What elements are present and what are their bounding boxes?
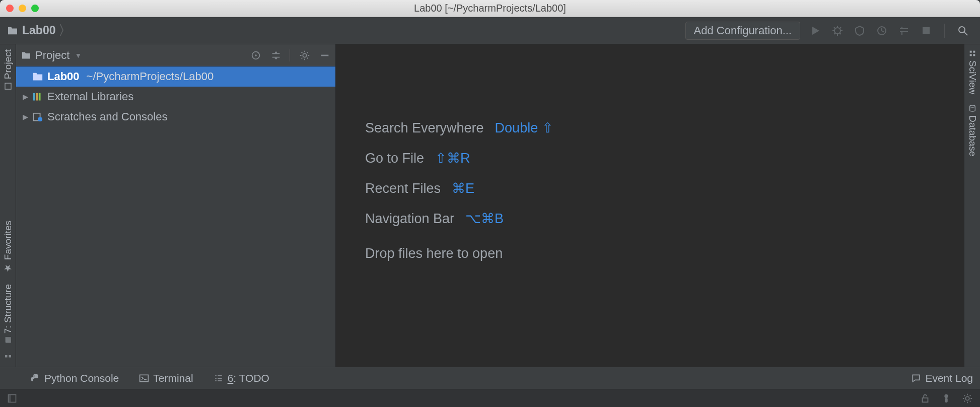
svg-rect-20 bbox=[140, 375, 149, 381]
tip-drop-label: Drop files here to open bbox=[365, 246, 553, 261]
svg-point-24 bbox=[944, 394, 948, 397]
svg-rect-25 bbox=[945, 398, 948, 402]
tip-goto-key: ⇧⌘R bbox=[435, 150, 470, 166]
project-tree[interactable]: Lab00 ~/PycharmProjects/Lab00 ▸ External… bbox=[16, 66, 335, 367]
sciview-icon bbox=[968, 49, 976, 57]
event-log-label: Event Log bbox=[925, 372, 973, 384]
svg-point-3 bbox=[959, 27, 965, 33]
stop-icon[interactable] bbox=[920, 25, 932, 37]
project-panel-title[interactable]: Project bbox=[35, 49, 69, 62]
structure-tool-button[interactable]: ▦ 7: Structure bbox=[3, 279, 14, 350]
folder-icon bbox=[32, 72, 43, 81]
debug-icon[interactable] bbox=[831, 25, 844, 37]
search-icon[interactable] bbox=[957, 25, 969, 37]
coverage-icon[interactable] bbox=[854, 25, 866, 37]
event-log-tool-button[interactable]: Event Log bbox=[911, 372, 973, 384]
tip-recent-key: ⌘E bbox=[452, 180, 474, 196]
breadcrumb[interactable]: Lab00 〉 bbox=[7, 22, 72, 39]
navigation-bar: Lab00 〉 Add Configuration... bbox=[0, 17, 980, 44]
todo-icon bbox=[214, 373, 224, 383]
tip-nav-key: ⌥⌘B bbox=[465, 211, 504, 227]
locate-icon[interactable] bbox=[250, 50, 261, 61]
gear-icon[interactable] bbox=[299, 50, 310, 61]
favorites-tool-label: Favorites bbox=[3, 221, 14, 260]
expand-arrow-icon[interactable]: ▸ bbox=[22, 110, 28, 123]
project-tool-button[interactable]: Project bbox=[3, 44, 14, 95]
favorites-tool-button[interactable]: ★ Favorites bbox=[3, 216, 14, 279]
gutter-extra-icon bbox=[4, 354, 13, 363]
svg-point-9 bbox=[303, 53, 306, 57]
project-tool-window: Project ▼ Lab00 ~/PycharmProjects/Lab00 … bbox=[16, 44, 336, 367]
tip-nav-label: Navigation Bar bbox=[365, 211, 454, 227]
tip-goto-label: Go to File bbox=[365, 151, 424, 166]
tip-recent-label: Recent Files bbox=[365, 181, 441, 196]
python-console-tool-button[interactable]: Python Console bbox=[30, 372, 119, 384]
event-log-icon bbox=[911, 373, 921, 383]
terminal-icon bbox=[139, 373, 149, 383]
window-controls[interactable] bbox=[6, 5, 39, 12]
editor-empty-area[interactable]: Search EverywhereDouble ⇧ Go to File⇧⌘R … bbox=[336, 44, 964, 367]
svg-rect-23 bbox=[923, 398, 928, 402]
breadcrumb-root: Lab00 bbox=[22, 24, 55, 37]
svg-rect-18 bbox=[973, 54, 975, 56]
folder-icon bbox=[7, 26, 18, 35]
svg-rect-22 bbox=[9, 394, 11, 402]
svg-rect-5 bbox=[5, 355, 8, 358]
svg-point-8 bbox=[255, 54, 257, 56]
add-configuration-button[interactable]: Add Configuration... bbox=[685, 22, 800, 40]
profile-icon[interactable] bbox=[876, 25, 888, 37]
svg-rect-11 bbox=[36, 93, 38, 101]
tree-root-item[interactable]: Lab00 ~/PycharmProjects/Lab00 bbox=[16, 66, 335, 87]
tip-search-key: Double ⇧ bbox=[495, 120, 553, 136]
svg-rect-4 bbox=[5, 83, 11, 89]
python-icon bbox=[30, 373, 40, 383]
tree-item-external-libraries[interactable]: ▸ External Libraries bbox=[16, 87, 335, 107]
editor-tips: Search EverywhereDouble ⇧ Go to File⇧⌘R … bbox=[365, 120, 553, 261]
maximize-window-icon[interactable] bbox=[31, 5, 39, 12]
left-tool-gutter: Project ★ Favorites ▦ 7: Structure bbox=[0, 44, 16, 367]
tool-windows-icon[interactable] bbox=[7, 393, 17, 403]
separator bbox=[944, 24, 945, 38]
hide-icon[interactable] bbox=[319, 50, 330, 61]
svg-rect-10 bbox=[33, 93, 35, 101]
inspector-icon[interactable] bbox=[941, 393, 952, 404]
minimize-window-icon[interactable] bbox=[19, 5, 26, 12]
status-bar bbox=[0, 389, 980, 407]
todo-tool-button[interactable]: 6: TODO bbox=[214, 372, 269, 384]
tree-item-scratches[interactable]: ▸ Scratches and Consoles bbox=[16, 107, 335, 127]
svg-point-19 bbox=[969, 105, 975, 107]
expand-arrow-icon[interactable]: ▸ bbox=[22, 90, 28, 103]
sciview-tool-button[interactable]: SciView bbox=[967, 44, 978, 99]
folder-icon bbox=[21, 51, 31, 59]
run-icon[interactable] bbox=[809, 25, 821, 37]
svg-point-26 bbox=[965, 396, 969, 400]
project-panel-header: Project ▼ bbox=[16, 44, 335, 66]
terminal-label: Terminal bbox=[153, 372, 193, 384]
tip-search-label: Search Everywhere bbox=[365, 120, 484, 136]
svg-rect-2 bbox=[923, 27, 930, 34]
close-window-icon[interactable] bbox=[6, 5, 14, 12]
database-tool-label: Database bbox=[967, 115, 978, 156]
chevron-down-icon[interactable]: ▼ bbox=[75, 51, 82, 59]
lock-icon[interactable] bbox=[920, 393, 931, 404]
tree-item-path: ~/PycharmProjects/Lab00 bbox=[87, 70, 214, 83]
terminal-tool-button[interactable]: Terminal bbox=[139, 372, 193, 384]
sciview-tool-label: SciView bbox=[967, 60, 978, 94]
svg-rect-15 bbox=[969, 51, 971, 53]
tree-item-label: Scratches and Consoles bbox=[47, 110, 167, 123]
project-icon bbox=[4, 82, 12, 90]
database-tool-button[interactable]: Database bbox=[967, 99, 978, 161]
scratch-icon bbox=[32, 112, 43, 121]
todo-label: : TODO bbox=[233, 372, 269, 384]
collapse-all-icon[interactable] bbox=[270, 50, 282, 61]
chevron-right-icon: 〉 bbox=[58, 22, 72, 39]
settings-status-icon[interactable] bbox=[962, 393, 973, 404]
right-tool-gutter: SciView Database bbox=[964, 44, 980, 367]
bottom-tool-bar: Python Console Terminal 6: TODO Event Lo… bbox=[0, 367, 980, 389]
python-console-label: Python Console bbox=[44, 372, 119, 384]
todo-mnemonic: 6 bbox=[228, 372, 234, 384]
attach-icon[interactable] bbox=[898, 25, 910, 37]
separator bbox=[290, 49, 290, 61]
structure-tool-label: 7: Structure bbox=[3, 284, 14, 333]
svg-rect-12 bbox=[39, 93, 41, 101]
